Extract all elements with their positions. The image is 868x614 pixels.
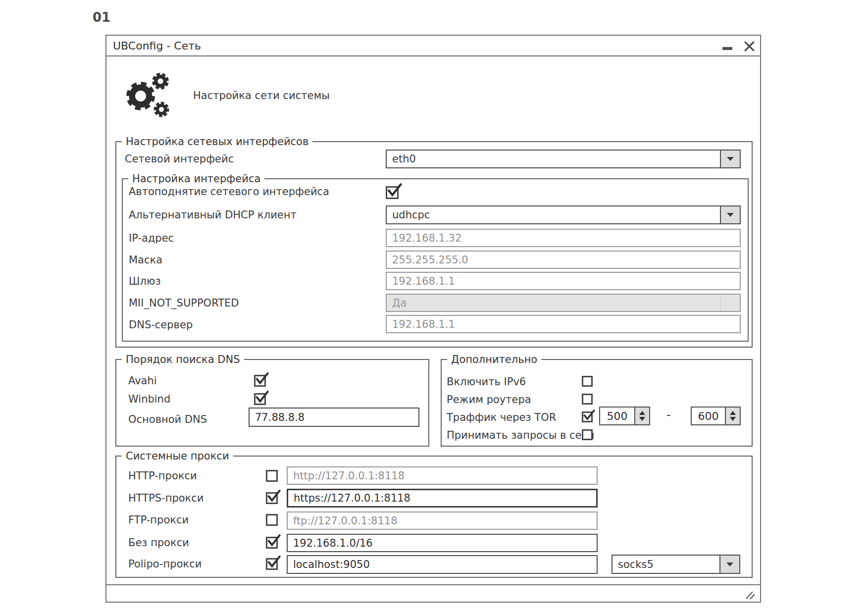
ftp-proxy-field[interactable]: ftp://127.0.0.1:8118 <box>287 512 598 530</box>
group-system-proxies-legend: Системные прокси <box>122 450 233 462</box>
avahi-label: Avahi <box>128 374 157 387</box>
polipo-protocol-combobox[interactable]: socks5 <box>612 555 740 574</box>
winbind-checkbox[interactable] <box>254 393 266 405</box>
https-proxy-checkbox[interactable] <box>266 492 278 504</box>
spinner-arrows-icon[interactable] <box>725 408 740 424</box>
dns-server-label: DNS-сервер <box>129 318 193 331</box>
gateway-field[interactable]: 192.168.1.1 <box>386 272 741 290</box>
gears-icon <box>126 70 171 120</box>
ftp-proxy-label: FTP-прокси <box>128 513 189 526</box>
tor-traffic-label: Траффик через TOR <box>447 411 556 424</box>
resize-grip-icon[interactable] <box>745 590 756 600</box>
accept-requests-label: Принимать запросы в сети <box>447 429 594 442</box>
ipv6-label: Включить IPv6 <box>447 375 526 388</box>
https-proxy-field[interactable]: https://127.0.0.1:8118 <box>287 489 598 508</box>
no-proxy-label: Без прокси <box>128 536 189 549</box>
title-bar: UBConfig - Сеть <box>106 36 760 56</box>
group-network-interfaces-legend: Настройка сетевых интерфейсов <box>122 135 312 148</box>
ubconfig-window: UBConfig - Сеть Настройка сети системы <box>105 35 761 603</box>
tor-port-to-spinner[interactable]: 600 <box>691 407 741 425</box>
polipo-proxy-field[interactable]: localhost:9050 <box>287 555 598 574</box>
tor-port-to-value: 600 <box>692 408 725 424</box>
gateway-label: Шлюз <box>129 275 161 288</box>
chevron-down-icon[interactable] <box>720 151 740 167</box>
router-mode-label: Режим роутера <box>447 393 531 406</box>
interface-label: Сетевой интерфейс <box>125 153 234 165</box>
chevron-down-icon[interactable] <box>719 556 739 573</box>
ipv6-checkbox[interactable] <box>582 376 593 387</box>
polipo-proxy-checkbox[interactable] <box>266 558 278 570</box>
dns-server-field[interactable]: 192.168.1.1 <box>386 315 741 333</box>
polipo-protocol-value: socks5 <box>613 556 719 573</box>
http-proxy-checkbox[interactable] <box>266 470 278 482</box>
router-mode-checkbox[interactable] <box>582 394 593 405</box>
ftp-proxy-checkbox[interactable] <box>266 514 278 526</box>
status-bar <box>106 584 760 602</box>
polipo-proxy-label: Polipo-прокси <box>128 558 202 570</box>
https-proxy-label: HTTPS-прокси <box>128 492 204 505</box>
window-title: UBConfig - Сеть <box>113 40 201 52</box>
no-proxy-checkbox[interactable] <box>266 537 278 549</box>
no-proxy-field[interactable]: 192.168.1.0/16 <box>287 534 598 552</box>
close-icon[interactable] <box>743 40 756 52</box>
page-number-label: 01 <box>93 10 110 25</box>
winbind-label: Winbind <box>128 393 170 406</box>
interface-combobox[interactable]: eth0 <box>386 150 741 168</box>
dhcp-client-combobox[interactable]: udhcpc <box>386 205 741 224</box>
tor-traffic-checkbox[interactable] <box>582 411 593 422</box>
port-range-dash: - <box>666 409 671 421</box>
chevron-down-icon[interactable] <box>720 206 740 223</box>
tor-port-from-spinner[interactable]: 500 <box>599 407 650 425</box>
avahi-checkbox[interactable] <box>254 375 266 387</box>
minimize-icon[interactable] <box>722 47 732 50</box>
ip-address-field[interactable]: 192.168.1.32 <box>386 229 741 247</box>
group-additional-legend: Дополнительно <box>447 353 541 366</box>
mii-not-supported-field: Да <box>386 294 741 312</box>
dhcp-client-combobox-value: udhcpc <box>387 206 720 223</box>
http-proxy-label: HTTP-прокси <box>128 469 197 482</box>
group-interface-settings-legend: Настройка интерфейса <box>128 172 264 185</box>
dhcp-client-label: Альтернативный DHCP клиент <box>129 208 297 221</box>
auto-up-label: Автоподнятие сетевого интерфейса <box>129 185 329 198</box>
mask-field[interactable]: 255.255.255.0 <box>386 251 741 269</box>
accept-requests-checkbox[interactable] <box>582 429 593 440</box>
http-proxy-field[interactable]: http://127.0.0.1:8118 <box>287 466 598 485</box>
interface-combobox-value: eth0 <box>387 151 720 167</box>
mask-label: Маска <box>129 254 162 266</box>
primary-dns-field[interactable]: 77.88.8.8 <box>249 408 419 427</box>
spinner-arrows-icon[interactable] <box>634 408 649 424</box>
header-title: Настройка сети системы <box>193 89 330 102</box>
group-dns-order-legend: Порядок поиска DNS <box>122 353 244 366</box>
page: 01 UBConfig - Сеть На <box>0 0 868 614</box>
tor-port-from-value: 500 <box>600 408 634 424</box>
auto-up-checkbox[interactable] <box>386 186 399 199</box>
ip-address-label: IP-адрес <box>129 232 174 245</box>
mii-not-supported-label: MII_NOT_SUPPORTED <box>129 297 239 309</box>
primary-dns-label: Основной DNS <box>128 413 207 426</box>
